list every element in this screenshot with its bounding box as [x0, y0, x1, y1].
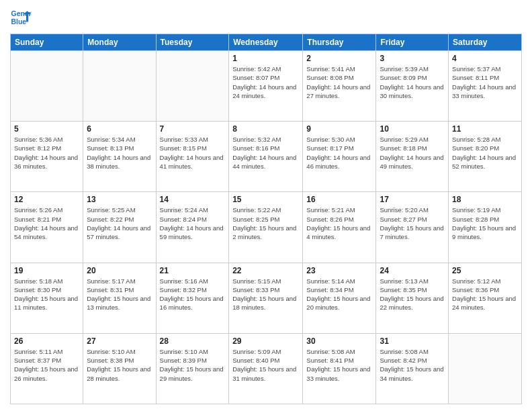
col-header-sunday: Sunday — [11, 34, 83, 51]
col-header-tuesday: Tuesday — [156, 34, 229, 51]
day-cell: 19Sunrise: 5:18 AM Sunset: 8:30 PM Dayli… — [11, 263, 83, 333]
col-header-saturday: Saturday — [449, 34, 522, 51]
day-cell: 4Sunrise: 5:37 AM Sunset: 8:11 PM Daylig… — [449, 51, 522, 122]
day-info: Sunrise: 5:36 AM Sunset: 8:12 PM Dayligh… — [14, 135, 79, 171]
day-info: Sunrise: 5:11 AM Sunset: 8:37 PM Dayligh… — [14, 347, 79, 383]
day-info: Sunrise: 5:42 AM Sunset: 8:07 PM Dayligh… — [232, 64, 299, 100]
day-cell: 10Sunrise: 5:29 AM Sunset: 8:18 PM Dayli… — [376, 122, 449, 192]
day-info: Sunrise: 5:10 AM Sunset: 8:39 PM Dayligh… — [160, 347, 226, 383]
day-cell: 8Sunrise: 5:32 AM Sunset: 8:16 PM Daylig… — [229, 122, 303, 192]
day-cell: 26Sunrise: 5:11 AM Sunset: 8:37 PM Dayli… — [11, 333, 83, 404]
day-info: Sunrise: 5:28 AM Sunset: 8:20 PM Dayligh… — [452, 135, 518, 171]
day-cell: 13Sunrise: 5:25 AM Sunset: 8:22 PM Dayli… — [83, 192, 156, 263]
day-number: 18 — [452, 195, 518, 204]
day-number: 13 — [87, 195, 152, 204]
svg-text:Blue: Blue — [11, 18, 27, 26]
day-number: 30 — [306, 336, 372, 346]
day-number: 5 — [14, 124, 79, 134]
day-number: 11 — [452, 124, 518, 134]
day-info: Sunrise: 5:09 AM Sunset: 8:40 PM Dayligh… — [232, 347, 299, 383]
col-header-wednesday: Wednesday — [229, 34, 303, 51]
day-number: 23 — [306, 266, 372, 275]
day-cell: 29Sunrise: 5:09 AM Sunset: 8:40 PM Dayli… — [229, 333, 303, 404]
day-number: 25 — [452, 266, 518, 275]
day-cell: 2Sunrise: 5:41 AM Sunset: 8:08 PM Daylig… — [303, 51, 376, 122]
day-cell: 20Sunrise: 5:17 AM Sunset: 8:31 PM Dayli… — [83, 263, 156, 333]
day-cell: 16Sunrise: 5:21 AM Sunset: 8:26 PM Dayli… — [303, 192, 376, 263]
day-info: Sunrise: 5:21 AM Sunset: 8:26 PM Dayligh… — [306, 205, 372, 241]
day-cell: 15Sunrise: 5:22 AM Sunset: 8:25 PM Dayli… — [229, 192, 303, 263]
day-info: Sunrise: 5:12 AM Sunset: 8:36 PM Dayligh… — [452, 277, 518, 312]
week-row-4: 26Sunrise: 5:11 AM Sunset: 8:37 PM Dayli… — [11, 333, 522, 404]
day-cell: 18Sunrise: 5:19 AM Sunset: 8:28 PM Dayli… — [449, 192, 522, 263]
day-info: Sunrise: 5:16 AM Sunset: 8:32 PM Dayligh… — [160, 277, 226, 312]
logo-icon: General Blue — [10, 7, 32, 28]
col-header-friday: Friday — [376, 34, 449, 51]
day-number: 9 — [306, 124, 372, 134]
day-info: Sunrise: 5:37 AM Sunset: 8:11 PM Dayligh… — [452, 64, 518, 100]
day-info: Sunrise: 5:30 AM Sunset: 8:17 PM Dayligh… — [306, 135, 372, 171]
day-info: Sunrise: 5:26 AM Sunset: 8:21 PM Dayligh… — [14, 205, 79, 241]
day-info: Sunrise: 5:15 AM Sunset: 8:33 PM Dayligh… — [232, 277, 299, 312]
col-header-monday: Monday — [83, 34, 156, 51]
day-cell — [11, 51, 83, 122]
day-info: Sunrise: 5:08 AM Sunset: 8:42 PM Dayligh… — [380, 347, 445, 383]
day-cell — [83, 51, 156, 122]
day-cell: 14Sunrise: 5:24 AM Sunset: 8:24 PM Dayli… — [156, 192, 229, 263]
week-row-3: 19Sunrise: 5:18 AM Sunset: 8:30 PM Dayli… — [11, 263, 522, 333]
day-number: 7 — [160, 124, 226, 134]
day-info: Sunrise: 5:25 AM Sunset: 8:22 PM Dayligh… — [87, 205, 152, 241]
day-number: 29 — [232, 336, 299, 346]
day-number: 2 — [306, 54, 372, 63]
day-info: Sunrise: 5:24 AM Sunset: 8:24 PM Dayligh… — [160, 205, 226, 241]
day-info: Sunrise: 5:17 AM Sunset: 8:31 PM Dayligh… — [87, 277, 152, 312]
week-row-1: 5Sunrise: 5:36 AM Sunset: 8:12 PM Daylig… — [11, 122, 522, 192]
day-cell: 30Sunrise: 5:08 AM Sunset: 8:41 PM Dayli… — [303, 333, 376, 404]
day-cell: 17Sunrise: 5:20 AM Sunset: 8:27 PM Dayli… — [376, 192, 449, 263]
header-row: SundayMondayTuesdayWednesdayThursdayFrid… — [11, 34, 522, 51]
day-cell: 11Sunrise: 5:28 AM Sunset: 8:20 PM Dayli… — [449, 122, 522, 192]
day-info: Sunrise: 5:29 AM Sunset: 8:18 PM Dayligh… — [380, 135, 445, 171]
week-row-0: 1Sunrise: 5:42 AM Sunset: 8:07 PM Daylig… — [11, 51, 522, 122]
day-info: Sunrise: 5:19 AM Sunset: 8:28 PM Dayligh… — [452, 205, 518, 241]
day-number: 19 — [14, 266, 79, 275]
day-number: 28 — [160, 336, 226, 346]
day-number: 14 — [160, 195, 226, 204]
day-number: 3 — [380, 54, 445, 63]
day-cell: 12Sunrise: 5:26 AM Sunset: 8:21 PM Dayli… — [11, 192, 83, 263]
day-info: Sunrise: 5:08 AM Sunset: 8:41 PM Dayligh… — [306, 347, 372, 383]
day-info: Sunrise: 5:41 AM Sunset: 8:08 PM Dayligh… — [306, 64, 372, 100]
logo: General Blue — [10, 7, 32, 28]
day-info: Sunrise: 5:39 AM Sunset: 8:09 PM Dayligh… — [380, 64, 445, 100]
day-info: Sunrise: 5:14 AM Sunset: 8:34 PM Dayligh… — [306, 277, 372, 312]
day-cell: 7Sunrise: 5:33 AM Sunset: 8:15 PM Daylig… — [156, 122, 229, 192]
day-number: 31 — [380, 336, 445, 346]
day-number: 20 — [87, 266, 152, 275]
day-cell: 21Sunrise: 5:16 AM Sunset: 8:32 PM Dayli… — [156, 263, 229, 333]
week-row-2: 12Sunrise: 5:26 AM Sunset: 8:21 PM Dayli… — [11, 192, 522, 263]
day-number: 26 — [14, 336, 79, 346]
header: General Blue — [10, 7, 522, 28]
day-info: Sunrise: 5:10 AM Sunset: 8:38 PM Dayligh… — [87, 347, 152, 383]
day-info: Sunrise: 5:22 AM Sunset: 8:25 PM Dayligh… — [232, 205, 299, 241]
day-number: 4 — [452, 54, 518, 63]
day-info: Sunrise: 5:13 AM Sunset: 8:35 PM Dayligh… — [380, 277, 445, 312]
day-number: 1 — [232, 54, 299, 63]
day-cell: 25Sunrise: 5:12 AM Sunset: 8:36 PM Dayli… — [449, 263, 522, 333]
day-cell: 22Sunrise: 5:15 AM Sunset: 8:33 PM Dayli… — [229, 263, 303, 333]
day-cell: 1Sunrise: 5:42 AM Sunset: 8:07 PM Daylig… — [229, 51, 303, 122]
day-number: 24 — [380, 266, 445, 275]
day-number: 10 — [380, 124, 445, 134]
day-number: 21 — [160, 266, 226, 275]
day-number: 8 — [232, 124, 299, 134]
day-number: 16 — [306, 195, 372, 204]
day-info: Sunrise: 5:18 AM Sunset: 8:30 PM Dayligh… — [14, 277, 79, 312]
day-info: Sunrise: 5:20 AM Sunset: 8:27 PM Dayligh… — [380, 205, 445, 241]
day-number: 22 — [232, 266, 299, 275]
day-number: 6 — [87, 124, 152, 134]
day-cell — [156, 51, 229, 122]
day-cell: 3Sunrise: 5:39 AM Sunset: 8:09 PM Daylig… — [376, 51, 449, 122]
calendar-table: SundayMondayTuesdayWednesdayThursdayFrid… — [10, 34, 522, 404]
day-info: Sunrise: 5:34 AM Sunset: 8:13 PM Dayligh… — [87, 135, 152, 171]
day-cell — [449, 333, 522, 404]
